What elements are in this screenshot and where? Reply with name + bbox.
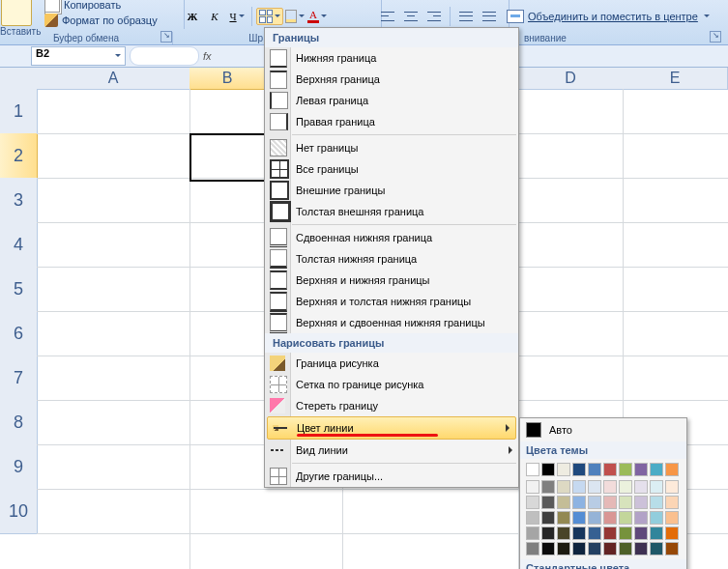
color-swatch[interactable] <box>603 542 617 555</box>
bold-button[interactable]: Ж <box>182 6 203 27</box>
color-swatch[interactable] <box>650 496 663 509</box>
menu-item-draw-grid[interactable]: Сетка по границе рисунка <box>265 374 518 395</box>
color-swatch[interactable] <box>557 511 570 525</box>
color-swatch[interactable] <box>526 480 539 494</box>
color-swatch[interactable] <box>557 480 570 494</box>
color-auto[interactable]: Авто <box>520 418 686 441</box>
menu-item-bottom-double[interactable]: Сдвоенная нижняя граница <box>265 227 518 248</box>
row-header[interactable]: 4 <box>0 222 38 268</box>
row-header[interactable]: 9 <box>0 444 38 490</box>
color-swatch[interactable] <box>557 496 570 509</box>
menu-item-bottom-border[interactable]: Нижняя граница <box>265 47 518 69</box>
color-swatch[interactable] <box>619 480 632 494</box>
color-swatch[interactable] <box>572 480 586 494</box>
color-swatch[interactable] <box>665 463 679 476</box>
row-header[interactable]: 8 <box>0 400 38 445</box>
row-header[interactable]: 6 <box>0 311 38 356</box>
clipboard-launcher-icon[interactable]: ↘ <box>160 31 172 43</box>
col-header-B[interactable]: B <box>189 68 266 90</box>
menu-item-draw-border[interactable]: Граница рисунка <box>265 353 518 374</box>
color-swatch[interactable] <box>634 526 648 540</box>
color-swatch[interactable] <box>588 526 601 540</box>
color-swatch[interactable] <box>526 526 539 540</box>
color-swatch[interactable] <box>650 542 663 555</box>
color-swatch[interactable] <box>634 511 648 525</box>
color-swatch[interactable] <box>541 511 555 525</box>
decrease-indent-button[interactable] <box>455 6 477 27</box>
borders-button[interactable] <box>256 8 283 25</box>
color-swatch[interactable] <box>650 511 663 525</box>
color-swatch[interactable] <box>557 526 570 540</box>
italic-button[interactable]: К <box>204 6 225 27</box>
color-swatch[interactable] <box>665 542 679 555</box>
menu-item-line-color[interactable]: Цвет линии <box>267 416 516 440</box>
color-swatch[interactable] <box>572 542 586 555</box>
menu-item-more-borders[interactable]: Другие границы... <box>265 466 518 487</box>
col-header-A[interactable]: A <box>37 68 190 90</box>
align-center-button[interactable] <box>400 6 422 27</box>
merge-center-button[interactable]: Объединить и поместить в центре <box>505 9 712 24</box>
row-header[interactable]: 2 <box>0 133 38 179</box>
color-swatch[interactable] <box>650 526 663 540</box>
selected-cell[interactable] <box>189 133 269 182</box>
menu-item-top-bottom[interactable]: Верхняя и нижняя границы <box>265 270 518 291</box>
color-swatch[interactable] <box>603 480 617 494</box>
color-swatch[interactable] <box>526 463 539 476</box>
menu-item-top-border[interactable]: Верхняя граница <box>265 69 518 90</box>
color-swatch[interactable] <box>650 480 663 494</box>
align-right-button[interactable] <box>423 6 445 27</box>
color-swatch[interactable] <box>541 496 555 509</box>
color-swatch[interactable] <box>665 480 679 494</box>
color-swatch[interactable] <box>665 511 679 525</box>
color-swatch[interactable] <box>541 526 555 540</box>
color-swatch[interactable] <box>541 542 555 555</box>
menu-item-all-borders[interactable]: Все границы <box>265 158 518 180</box>
color-swatch[interactable] <box>634 463 648 476</box>
col-header-D[interactable]: D <box>518 68 624 90</box>
col-header-E[interactable]: E <box>623 68 728 90</box>
underline-button[interactable]: Ч <box>226 6 248 27</box>
color-swatch[interactable] <box>619 511 632 525</box>
color-swatch[interactable] <box>588 480 601 494</box>
color-swatch[interactable] <box>634 496 648 509</box>
row-header[interactable]: 3 <box>0 178 38 223</box>
format-painter-button[interactable]: Формат по образцу <box>43 13 160 28</box>
color-swatch[interactable] <box>526 542 539 555</box>
menu-item-outside-borders[interactable]: Внешние границы <box>265 180 518 201</box>
color-swatch[interactable] <box>665 526 679 540</box>
font-color-button[interactable]: A <box>306 6 328 27</box>
color-swatch[interactable] <box>541 480 555 494</box>
color-swatch[interactable] <box>619 526 632 540</box>
menu-item-line-style[interactable]: Вид линии <box>265 440 518 461</box>
color-swatch[interactable] <box>526 496 539 509</box>
menu-item-left-border[interactable]: Левая граница <box>265 90 518 111</box>
color-swatch[interactable] <box>526 511 539 525</box>
menu-item-top-double-bottom[interactable]: Верхняя и сдвоенная нижняя границы <box>265 312 518 333</box>
menu-item-thick-box[interactable]: Толстая внешняя граница <box>265 201 518 222</box>
menu-item-top-thick-bottom[interactable]: Верхняя и толстая нижняя границы <box>265 291 518 312</box>
color-swatch[interactable] <box>665 496 679 509</box>
fill-color-button[interactable] <box>284 6 306 27</box>
align-left-button[interactable] <box>377 6 398 27</box>
color-swatch[interactable] <box>572 526 586 540</box>
name-box[interactable]: B2 <box>31 46 126 66</box>
color-swatch[interactable] <box>588 511 601 525</box>
row-header[interactable]: 7 <box>0 356 38 401</box>
color-swatch[interactable] <box>588 496 601 509</box>
increase-indent-button[interactable] <box>479 6 500 27</box>
menu-item-no-border[interactable]: Нет границы <box>265 137 518 158</box>
color-swatch[interactable] <box>572 511 586 525</box>
color-swatch[interactable] <box>650 463 663 476</box>
color-swatch[interactable] <box>603 496 617 509</box>
color-swatch[interactable] <box>572 496 586 509</box>
color-swatch[interactable] <box>619 496 632 509</box>
color-swatch[interactable] <box>557 463 570 476</box>
menu-item-right-border[interactable]: Правая граница <box>265 111 518 132</box>
color-swatch[interactable] <box>541 463 555 476</box>
color-swatch[interactable] <box>572 463 586 476</box>
color-swatch[interactable] <box>588 463 601 476</box>
select-all-corner[interactable] <box>0 68 38 90</box>
copy-button[interactable]: Копировать <box>43 0 123 13</box>
color-swatch[interactable] <box>603 463 617 476</box>
color-swatch[interactable] <box>588 542 601 555</box>
